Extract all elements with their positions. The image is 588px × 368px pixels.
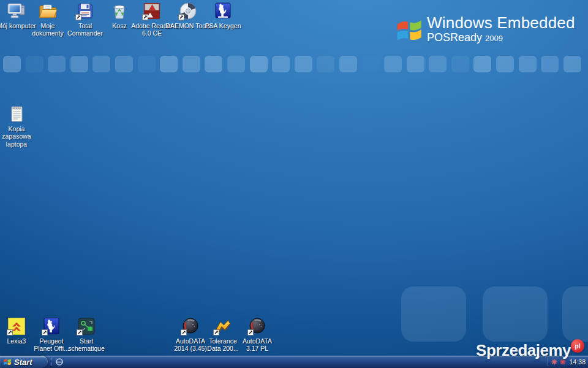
psa-keygen-icon — [213, 1, 233, 21]
wallpaper-tile — [496, 56, 514, 72]
icon-label: Kosz — [112, 22, 126, 29]
start-label: Start — [14, 358, 32, 367]
wallpaper-tile — [26, 56, 43, 72]
icon-label: Lexia3 — [7, 337, 26, 345]
watermark-pl-badge: pl — [571, 339, 584, 353]
wallpaper-tile — [339, 56, 357, 72]
wallpaper-tile — [519, 56, 537, 72]
wallpaper-tile — [362, 56, 380, 72]
start-schematique-icon — [77, 316, 96, 336]
desktop: Windows Embedded POSReady2009 Mój komput… — [0, 0, 588, 368]
quicklaunch-separator — [51, 358, 52, 366]
shortcut-arrow-icon — [75, 14, 81, 20]
wallpaper-tile — [407, 56, 424, 72]
logo-line2: POSReady2009 — [427, 32, 575, 43]
wallpaper-tile — [541, 56, 559, 72]
tolerance-data-icon — [213, 316, 233, 336]
wallpaper-tile — [295, 56, 312, 72]
shortcut-arrow-icon — [7, 329, 13, 335]
logo-product-year: 2009 — [485, 34, 503, 43]
wallpaper-tile — [160, 56, 178, 72]
desktop-icon-psa-keygen[interactable]: PSA Keygen — [198, 1, 247, 29]
desktop-icon-moje-dokumenty[interactable]: Moje dokumenty — [29, 1, 66, 37]
shortcut-arrow-icon — [247, 329, 254, 335]
wallpaper-tile — [48, 56, 66, 72]
daemon-tools-icon — [178, 1, 198, 21]
logo-text: Windows Embedded POSReady2009 — [427, 15, 575, 44]
adobe-reader-icon — [142, 1, 162, 21]
my-documents-icon — [38, 1, 58, 21]
wallpaper-tile — [92, 56, 110, 72]
wallpaper-tile — [183, 56, 200, 72]
logo-line1: Windows Embedded — [427, 15, 575, 31]
wallpaper-tile — [429, 56, 447, 72]
shortcut-arrow-icon — [42, 329, 48, 335]
windows-embedded-logo: Windows Embedded POSReady2009 — [395, 15, 575, 44]
shortcut-arrow-icon — [181, 329, 187, 335]
icon-label: Start schematique — [66, 337, 107, 353]
wallpaper-tile — [317, 56, 334, 72]
wallpaper-tile — [272, 56, 290, 72]
wallpaper-tile — [70, 56, 88, 72]
desktop-icon-start-schematique[interactable]: Start schematique — [66, 316, 107, 353]
icon-label: AutoDATA 3.17 PL — [236, 337, 278, 353]
watermark: Sprzedajemy pl — [476, 341, 571, 360]
wallpaper-tile — [384, 56, 402, 72]
wallpaper-big-tile — [483, 286, 548, 342]
shortcut-arrow-icon — [77, 329, 83, 335]
logo-product-name: POSReady — [427, 31, 482, 44]
shortcut-arrow-icon — [142, 14, 148, 20]
wallpaper-big-tile — [562, 286, 588, 342]
total-commander-icon — [75, 1, 95, 21]
taskbar-clock[interactable]: 14:38 — [570, 358, 586, 366]
wallpaper-tile — [451, 56, 469, 72]
autodata-icon — [247, 316, 267, 336]
windows-flag-icon — [395, 16, 423, 44]
desktop-icon-autodata-317[interactable]: AutoDATA 3.17 PL — [236, 316, 278, 353]
desktop-icon-kopia-zapasowa[interactable]: Kopia zapasowa laptopa — [0, 104, 35, 148]
desktop-icon-total-commander[interactable]: Total Commander — [64, 1, 107, 37]
autodata-icon — [181, 316, 200, 336]
wallpaper-tile — [205, 56, 222, 72]
notepad-icon — [7, 104, 26, 124]
icon-label: Moje dokumenty — [29, 22, 66, 37]
icon-label: Total Commander — [64, 22, 107, 37]
recycle-bin-icon — [110, 1, 129, 21]
my-computer-icon — [7, 1, 26, 21]
wallpaper-tile — [3, 56, 21, 72]
watermark-text: Sprzedajemy — [476, 341, 571, 359]
start-button[interactable]: Start — [0, 356, 48, 368]
wallpaper-tile — [115, 56, 133, 72]
wallpaper-tile — [250, 56, 268, 72]
wallpaper-tile-row — [3, 56, 586, 72]
shortcut-arrow-icon — [213, 329, 219, 335]
wallpaper-tile — [138, 56, 156, 72]
shortcut-arrow-icon — [178, 14, 184, 20]
icon-label: Kopia zapasowa laptopa — [0, 125, 35, 148]
internet-explorer-icon[interactable] — [55, 358, 64, 366]
wallpaper-tile — [564, 56, 581, 72]
wallpaper-big-tile — [401, 286, 466, 342]
wallpaper-tile — [227, 56, 245, 72]
lexia3-icon — [7, 316, 26, 336]
peugeot-planet-icon — [42, 316, 61, 336]
wallpaper-tile — [473, 56, 491, 72]
icon-label: PSA Keygen — [205, 22, 241, 29]
windows-flag-icon — [3, 358, 12, 366]
